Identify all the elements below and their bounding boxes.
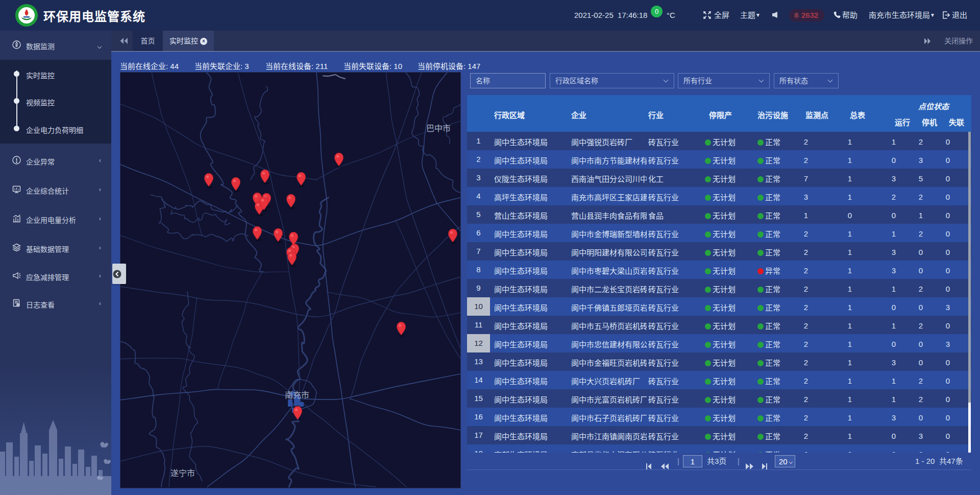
svg-text:遂宁市: 遂宁市 [170,469,195,478]
svg-text:巴中市: 巴中市 [426,124,451,133]
svg-text:南充市: 南充市 [285,391,309,399]
